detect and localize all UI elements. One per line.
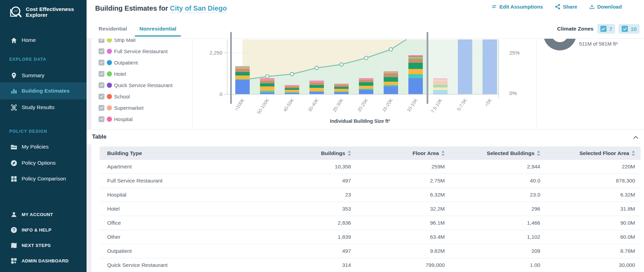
sidebar-item-policy-comparison[interactable]: Policy Comparison [0,173,87,185]
column-header-buildings[interactable]: Buildings [263,150,357,156]
sort-icon[interactable] [537,151,540,156]
checkbox-checked-icon[interactable] [99,105,104,111]
table-row-other[interactable]: Other1,83963.4M1,10260.0M [100,230,641,244]
sidebar: Cost Effectiveness Explorer HomeEXPLORE … [0,0,87,272]
sort-icon[interactable] [632,151,635,156]
table-section-title: Table [92,133,106,140]
sidebar-item-building-estimates[interactable]: Building Estimates [0,82,87,99]
sidebar-item-label: Summary [22,72,44,79]
action-label: Share [563,4,577,10]
table-row-hotel[interactable]: Hotel35332.2M29631.8M [100,202,641,216]
table-row-hospital[interactable]: Hospital236.32M23.06.32M [100,188,641,202]
header-actions: Edit AssumptionsShareDownload [491,4,622,10]
column-header-label: Building Type [107,150,142,156]
sidebar-item-policy-options[interactable]: Policy Options [0,157,87,169]
bar-segment [334,85,349,87]
donut-caption: 511M of 581M ft² [579,41,618,47]
bar-segment [384,73,398,77]
checkbox-checked-icon[interactable] [99,60,104,66]
table-row-apartment[interactable]: Apartment10,358259M2,944220M [100,160,641,174]
size-range-slider-left-handle[interactable] [230,32,232,104]
table-row-full-service-restaurant[interactable]: Full Service Restaurant4972.75M40.0878,3… [100,174,641,188]
sidebar-section-policy-design: POLICY DESIGN [9,129,47,134]
sidebar-item-home[interactable]: Home [0,34,87,46]
bar-segment [309,83,324,85]
cell-value: 1,466 [450,220,546,226]
climate-zone-value: 7 [609,26,612,32]
column-header-floor-area[interactable]: Floor Area [357,150,450,156]
checkbox-checked-icon[interactable] [600,26,607,32]
legend-item-school[interactable]: School [99,92,172,101]
checkbox-checked-icon[interactable] [99,94,104,99]
sidebar-section-explore-data: EXPLORE DATA [9,57,46,62]
table-row-office[interactable]: Office2,83696.1M1,46690.0M [100,216,641,230]
cell-value: 6.32M [357,192,450,198]
sidebar-item-label: NEXT STEPS [22,243,51,248]
bar-segment [334,92,349,94]
checkbox-checked-icon[interactable] [99,82,104,88]
legend-item-label: Hotel [114,71,126,77]
cell-value: 6.32M [546,192,641,198]
sidebar-item-label: Building Estimates [22,88,70,94]
sidebar-item-summary[interactable]: Summary [0,70,87,81]
x-tick-label: >100K [234,97,245,111]
sort-icon[interactable] [348,151,351,156]
legend-item-quick-service-restaurant[interactable]: Quick Service Restaurant [99,80,172,90]
legend-item-supermarket[interactable]: Supermarket [99,103,172,113]
legend-item-full-service-restaurant[interactable]: Full Service Restaurant [99,46,172,56]
edit-assumptions-button[interactable]: Edit Assumptions [491,4,543,10]
sort-icon[interactable] [441,151,445,156]
share-icon [555,4,561,10]
collapse-table-chevron-up-icon[interactable] [632,134,639,141]
x-tick-label: 20-25K [357,97,369,113]
bar-segment [384,86,398,94]
vertical-scrollbar-track[interactable] [87,39,91,272]
checkbox-checked-icon[interactable] [99,39,104,43]
cell-value: 63.4M [357,234,450,240]
series-color-dot [107,94,112,99]
pin-icon [10,71,18,80]
sidebar-item-info-help[interactable]: ?INFO & HELP [0,224,87,236]
share-button[interactable]: Share [555,4,577,10]
chart-legend-panel: Strip MallFull Service RestaurantOutpati… [91,39,193,128]
sidebar-item-label: Policy Comparison [22,176,66,182]
climate-zone-chip-10[interactable]: 10 [619,24,640,34]
sidebar-item-my-policies[interactable]: My Policies [0,141,87,153]
sidebar-item-admin-dashboard[interactable]: ADMIN DASHBOARD [0,255,87,267]
cell-value: 296 [450,206,546,212]
bar-segment [235,79,250,80]
bar-segment [433,90,448,93]
bar-segment [384,72,398,73]
sidebar-item-my-account[interactable]: MY ACCOUNT [0,209,87,220]
cell-value: 2,944 [450,164,546,170]
legend-item-hospital[interactable]: Hospital [99,114,172,124]
column-header-selected-buildings[interactable]: Selected Buildings [450,150,546,156]
checkbox-checked-icon[interactable] [99,71,104,77]
table-row-quick-service-restaurant[interactable]: Quick Service Restaurant314799,0001.0030… [100,258,641,272]
checkbox-checked-icon[interactable] [99,48,104,54]
tab-residential[interactable]: Residential [99,26,127,37]
sidebar-item-next-steps[interactable]: NEXT STEPS [0,239,87,251]
size-range-slider-right-handle[interactable] [427,32,428,104]
tab-nonresidential[interactable]: Nonresidential [139,26,177,37]
sidebar-item-study-results[interactable]: Study Results [0,102,87,113]
download-button[interactable]: Download [589,4,622,10]
compass-icon [10,159,18,167]
bar-segment [408,56,423,57]
legend-item-hotel[interactable]: Hotel [99,69,172,79]
bar-segment [408,57,423,58]
line-marker [265,75,269,78]
legend-item-strip-mall[interactable]: Strip Mall [99,39,172,45]
table-row-outpatient[interactable]: Outpatient4979.82M2098.76M [100,244,641,258]
climate-zone-chip-7[interactable]: 7 [597,24,615,34]
checkbox-checked-icon[interactable] [99,116,104,122]
column-header-label: Buildings [321,150,345,156]
column-header-selected-floor-area[interactable]: Selected Floor Area [546,150,641,156]
jurisdiction-link[interactable]: City of San Diego [170,4,227,13]
app-logo[interactable]: Cost Effectiveness Explorer [8,5,74,19]
checkbox-checked-icon[interactable] [622,26,628,32]
y-left-tick-label: 2,250 [210,50,223,56]
legend-item-outpatient[interactable]: Outpatient [99,58,172,67]
cell-value: 497 [263,178,357,184]
bar-segment [384,73,398,73]
